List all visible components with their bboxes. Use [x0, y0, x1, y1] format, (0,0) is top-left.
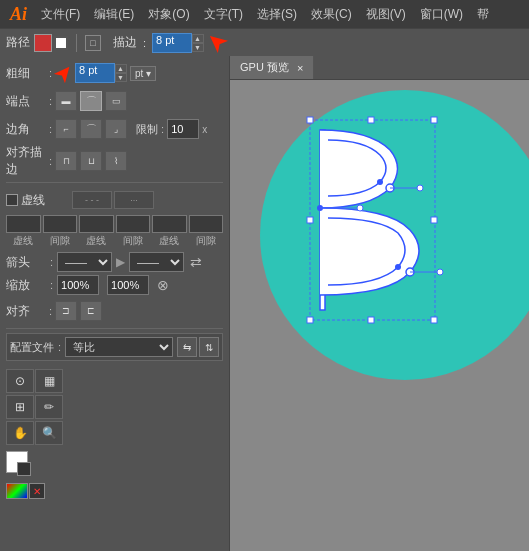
swap-arrows-btn[interactable]: ⇄ [190, 254, 202, 270]
scale1-container: 100% [57, 275, 99, 295]
dash-sub-6: 间隙 [189, 234, 224, 248]
tool-zoom[interactable]: 🔍 [35, 421, 63, 445]
limit-unit: x [202, 124, 207, 135]
dash-inputs [6, 215, 223, 233]
arrow-start-select[interactable]: —— [57, 252, 112, 272]
corner-miter-btn[interactable]: ⌐ [55, 119, 77, 139]
color-gradient-box[interactable] [6, 483, 28, 499]
menu-edit[interactable]: 编辑(E) [88, 4, 140, 25]
weight-spin-down[interactable]: ▼ [115, 73, 127, 82]
scale1-input[interactable]: 100% [57, 275, 99, 295]
fill-swatch[interactable] [34, 34, 52, 52]
tool-chart[interactable]: ▦ [35, 369, 63, 393]
weight-unit-btn[interactable]: pt ▾ [130, 66, 156, 81]
scale2-input[interactable]: 100% [107, 275, 149, 295]
tool-hand[interactable]: ✋ [6, 421, 34, 445]
gap-box2[interactable] [116, 215, 151, 233]
cap-square-btn[interactable]: ▭ [105, 91, 127, 111]
dash-box3[interactable] [152, 215, 187, 233]
profile-flip2-btn[interactable]: ⇅ [199, 337, 219, 357]
menu-file[interactable]: 文件(F) [35, 4, 86, 25]
menu-object[interactable]: 对象(O) [142, 4, 195, 25]
dash-sub-1: 虚线 [6, 234, 41, 248]
fill-color-box[interactable] [6, 451, 28, 473]
limit-input[interactable]: 10 [167, 119, 199, 139]
svg-rect-7 [431, 117, 437, 123]
tool-row3: ✋ 🔍 [6, 421, 223, 445]
align2-right-btn[interactable]: ⊏ [80, 301, 102, 321]
tool-circle[interactable]: ⊙ [6, 369, 34, 393]
b-letter-svg [280, 100, 529, 350]
colon: : [143, 37, 146, 49]
align-center-btn[interactable]: ⊔ [80, 151, 102, 171]
weight-input[interactable]: 8 pt [75, 63, 115, 83]
weight-spin-up[interactable]: ▲ [115, 64, 127, 73]
red-arrow-icon: ➤ [202, 27, 233, 58]
square-btn[interactable]: □ [85, 35, 101, 51]
color-swatches-row [6, 451, 223, 473]
corner-bevel-btn[interactable]: ⌟ [105, 119, 127, 139]
corner-label: 边角 [6, 121, 46, 138]
scale2-container: 100% [107, 275, 149, 295]
dash-btns: - - - ··· [72, 191, 154, 209]
menu-help[interactable]: 帮 [471, 4, 495, 25]
svg-rect-12 [307, 217, 313, 223]
align2-left-btn[interactable]: ⊐ [55, 301, 77, 321]
menu-select[interactable]: 选择(S) [251, 4, 303, 25]
svg-rect-10 [368, 117, 374, 123]
tool-row2: ⊞ ✏ [6, 395, 223, 419]
align-outside-btn[interactable]: ⌇ [105, 151, 127, 171]
svg-rect-6 [307, 117, 313, 123]
align-inside-btn[interactable]: ⊓ [55, 151, 77, 171]
canvas-area: GPU 预览 × [230, 56, 529, 551]
dash-box2[interactable] [79, 215, 114, 233]
tool-pen[interactable]: ✏ [35, 395, 63, 419]
stroke-spin-up[interactable]: ▲ [192, 34, 204, 43]
cap-butt-btn[interactable]: ▬ [55, 91, 77, 111]
align2-row: 对齐 : ⊐ ⊏ [6, 298, 223, 324]
stroke-swatch[interactable] [54, 36, 68, 50]
gap-box3[interactable] [189, 215, 224, 233]
svg-rect-8 [307, 317, 313, 323]
stroke-toolbar: 路径 □ 描边 : 8 pt ▲ ▼ ➤ [0, 28, 529, 56]
corner-round-btn[interactable]: ⌒ [80, 119, 102, 139]
dash-preset1[interactable]: - - - [72, 191, 112, 209]
profile-row: 配置文件 : 等比 ⇆ ⇅ [6, 333, 223, 361]
path-label: 路径 [6, 34, 30, 51]
profile-select[interactable]: 等比 [65, 337, 173, 357]
limit-label: 限制 [136, 122, 158, 137]
menu-effect[interactable]: 效果(C) [305, 4, 358, 25]
align-label: 对齐描边 [6, 144, 46, 178]
profile-flip-btn[interactable]: ⇆ [177, 337, 197, 357]
stroke-width-input[interactable]: 8 pt [152, 33, 192, 53]
weight-arrow-container: ➤ [55, 61, 72, 85]
stroke-color-box[interactable] [17, 462, 31, 476]
dash-sub-4: 间隙 [116, 234, 151, 248]
tool-grid[interactable]: ⊞ [6, 395, 34, 419]
menu-view[interactable]: 视图(V) [360, 4, 412, 25]
dash-preset2[interactable]: ··· [114, 191, 154, 209]
tab-close-btn[interactable]: × [297, 62, 303, 74]
arrow-separator: ▶ [116, 255, 125, 269]
separator [76, 34, 77, 52]
weight-input-container: 8 pt ▲ ▼ [75, 63, 127, 83]
dash-box1[interactable] [6, 215, 41, 233]
arrow-end-select[interactable]: —— [129, 252, 184, 272]
dash-checkbox[interactable] [6, 194, 18, 206]
profile-btns: ⇆ ⇅ [177, 337, 219, 357]
scale-row: 缩放 : 100% 100% ⊗ [6, 275, 223, 295]
cap-label: 端点 [6, 93, 46, 110]
main-area: 粗细 : ➤ 8 pt ▲ ▼ pt ▾ 端点 : ▬ ⌒ [0, 56, 529, 551]
menu-text[interactable]: 文字(T) [198, 4, 249, 25]
tab-bar: GPU 预览 × [230, 56, 529, 80]
arrow-row: 箭头 : —— ▶ —— ⇄ [6, 252, 223, 272]
gpu-preview-tab[interactable]: GPU 预览 × [230, 56, 314, 79]
color-mode-row: ✕ [6, 483, 223, 499]
stroke-label: 描边 [113, 34, 137, 51]
design-circle [260, 90, 529, 380]
menu-window[interactable]: 窗口(W) [414, 4, 469, 25]
link-icon[interactable]: ⊗ [157, 277, 169, 293]
none-box[interactable]: ✕ [29, 483, 45, 499]
gap-box1[interactable] [43, 215, 78, 233]
cap-round-btn[interactable]: ⌒ [80, 91, 102, 111]
